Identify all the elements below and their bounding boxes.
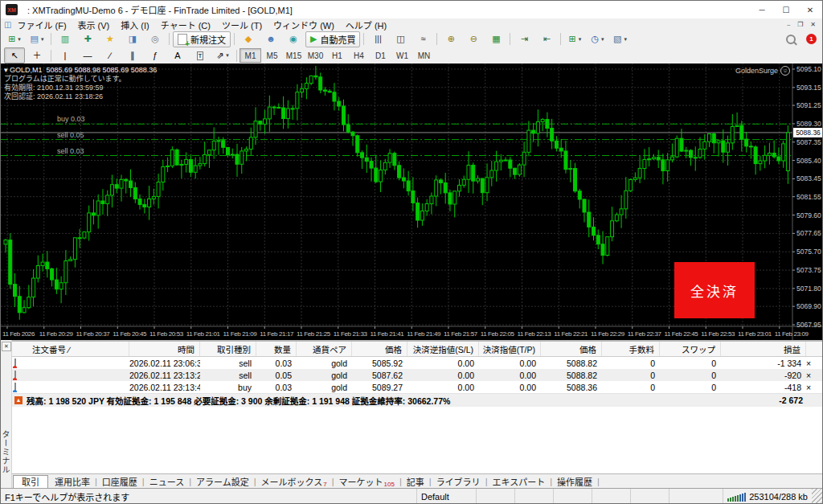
notification-badge[interactable]: 1 bbox=[806, 34, 817, 44]
crosshair-button[interactable]: ＋ bbox=[27, 47, 47, 64]
profiles-button[interactable]: ▤▾ bbox=[27, 31, 47, 47]
menu-item-4[interactable]: ツール (T) bbox=[216, 18, 268, 31]
maximize-button[interactable]: ☐ bbox=[774, 1, 798, 18]
table-row[interactable]: 2026.02.11 23:06:38sell0.03gold5085.920.… bbox=[11, 357, 823, 369]
terminal-vertical-tab[interactable]: ターミナル bbox=[1, 430, 11, 474]
timeframe-mn[interactable]: MN bbox=[413, 48, 435, 63]
candles-mode-button[interactable]: ◫ bbox=[390, 31, 411, 47]
tab-1[interactable]: 運用比率 bbox=[50, 474, 95, 489]
tab-0[interactable]: 取引 bbox=[13, 475, 48, 489]
header-order-number[interactable]: 注文番号 ∕ bbox=[29, 342, 129, 356]
bars-mode-button[interactable]: ||| bbox=[367, 31, 388, 47]
menu-item-6[interactable]: ヘルプ (H) bbox=[340, 18, 392, 31]
table-row[interactable]: 2026.02.11 23:13:46buy0.03gold5089.270.0… bbox=[11, 381, 823, 393]
trendline-button[interactable]: ∕ bbox=[100, 47, 121, 64]
header-col-3[interactable]: 数量 bbox=[256, 342, 297, 356]
timeframe-h4[interactable]: H4 bbox=[348, 48, 370, 63]
menu-item-2[interactable]: 挿入 (I) bbox=[115, 18, 154, 31]
horizontal-line-button[interactable]: — bbox=[77, 47, 98, 64]
metaeditor-button[interactable]: ◆ bbox=[238, 31, 259, 47]
status-profile[interactable]: Default bbox=[417, 489, 477, 504]
tab-10[interactable]: 操作履歴 bbox=[552, 474, 597, 489]
resize-grip[interactable] bbox=[812, 489, 822, 504]
ea-smiley-icon[interactable]: ☺ bbox=[780, 66, 790, 76]
header-col-10[interactable]: スワップ bbox=[660, 342, 721, 356]
text-label-button[interactable]: T bbox=[190, 47, 211, 64]
mql-web-button[interactable]: ◉ bbox=[283, 31, 304, 47]
child-minimize-icon[interactable]: ⎯ bbox=[787, 21, 790, 29]
timeframe-m5[interactable]: M5 bbox=[261, 48, 283, 63]
fibonacci-button[interactable]: ƒ bbox=[145, 47, 166, 64]
tab-8[interactable]: ライブラリ bbox=[432, 474, 485, 489]
header-col-1[interactable]: 時間 bbox=[129, 342, 200, 356]
chevron-down-icon: ▾ bbox=[41, 36, 44, 43]
search-button[interactable] bbox=[780, 31, 801, 47]
tab-3[interactable]: ニュース bbox=[145, 474, 189, 489]
header-col-4[interactable]: 通貨ペア bbox=[297, 342, 352, 356]
header-col-11[interactable]: 損益 bbox=[721, 342, 806, 356]
timeframe-m1[interactable]: M1 bbox=[240, 48, 261, 63]
templates-button[interactable]: ▧▾ bbox=[609, 31, 630, 47]
vertical-line-button[interactable]: | bbox=[55, 47, 76, 64]
close-position-icon[interactable]: × bbox=[806, 383, 823, 392]
timeframe-d1[interactable]: D1 bbox=[370, 48, 391, 63]
tab-6[interactable]: マーケット105 bbox=[334, 474, 399, 489]
tab-2[interactable]: 口座履歴 bbox=[97, 474, 142, 489]
chart-shift-button[interactable]: ⇤ bbox=[536, 31, 557, 47]
terminal-close-icon[interactable]: ✕ bbox=[2, 342, 11, 351]
child-close-icon[interactable]: ✕ bbox=[810, 21, 816, 29]
tab-5[interactable]: メールボックス7 bbox=[256, 474, 332, 489]
text-button[interactable]: A bbox=[167, 47, 188, 64]
zoom-in-button[interactable]: ⊕ bbox=[440, 31, 461, 47]
tab-9[interactable]: エキスパート bbox=[487, 474, 550, 489]
header-col-2[interactable]: 取引種別 bbox=[200, 342, 256, 356]
tile-windows-button[interactable]: ▦ bbox=[485, 31, 506, 47]
header-col-5[interactable]: 価格 bbox=[352, 342, 407, 356]
header-col-6[interactable]: 決済逆指値(S/L) bbox=[407, 342, 479, 356]
timeframe-m15[interactable]: M15 bbox=[283, 48, 305, 63]
timeframe-m30[interactable]: M30 bbox=[305, 48, 326, 63]
menu-item-5[interactable]: ウィンドウ (W) bbox=[268, 18, 340, 31]
periods-button[interactable]: ◷▾ bbox=[587, 31, 608, 47]
close-all-button[interactable]: 全決済 bbox=[674, 262, 755, 318]
header-col-8[interactable]: 価格 bbox=[541, 342, 602, 356]
table-row[interactable]: 2026.02.11 23:13:29sell0.05gold5087.620.… bbox=[11, 369, 823, 381]
symbol-dropdown-icon[interactable]: ▾ bbox=[4, 66, 10, 74]
minimize-button[interactable]: ─ bbox=[750, 1, 774, 18]
timeframe-w1[interactable]: W1 bbox=[391, 48, 413, 63]
header-col-7[interactable]: 決済指値(T/P) bbox=[479, 342, 541, 356]
timeframe-h1[interactable]: H1 bbox=[326, 48, 348, 63]
tab-4[interactable]: アラーム設定 bbox=[191, 474, 254, 489]
line-mode-button[interactable]: ≈ bbox=[412, 31, 433, 47]
close-position-icon[interactable]: × bbox=[806, 359, 823, 368]
close-button[interactable]: ✕ bbox=[798, 1, 822, 18]
svg-text:5093.15: 5093.15 bbox=[796, 84, 821, 92]
equidistant-channel-button[interactable]: ∥ bbox=[122, 47, 143, 64]
cursor-button[interactable]: ↖ bbox=[4, 47, 25, 64]
menu-item-0[interactable]: ファイル (F) bbox=[11, 18, 72, 31]
market-watch-button[interactable]: ▥ bbox=[55, 31, 76, 47]
zoom-out-button[interactable]: ⊖ bbox=[463, 31, 484, 47]
menu-item-1[interactable]: 表示 (V) bbox=[72, 18, 116, 31]
svg-text:5079.60: 5079.60 bbox=[796, 211, 821, 219]
terminal-panel: 注文番号 ∕時間取引種別数量通貨ペア価格決済逆指値(S/L)決済指値(T/P)価… bbox=[1, 340, 823, 473]
new-order-button[interactable]: 新規注文 bbox=[173, 31, 231, 47]
menu-item-3[interactable]: チャート (C) bbox=[155, 18, 216, 31]
commission-cell: 0 bbox=[602, 371, 660, 380]
terminal-toggle-button[interactable]: ◨ bbox=[122, 31, 143, 47]
close-position-icon[interactable]: × bbox=[806, 371, 823, 380]
tab-7[interactable]: 記事 bbox=[402, 474, 429, 489]
autotrading-button[interactable]: ▶自動売買 bbox=[305, 31, 360, 47]
navigator-button[interactable]: ★ bbox=[100, 31, 121, 47]
child-restore-icon[interactable]: ❐ bbox=[797, 21, 803, 29]
header-col-9[interactable]: 手数料 bbox=[602, 342, 660, 356]
strategy-tester-button[interactable]: ◎ bbox=[145, 31, 166, 47]
new-chart-button[interactable]: ⊞▾ bbox=[4, 31, 25, 47]
auto-scroll-button[interactable]: ⇥ bbox=[514, 31, 534, 47]
chart-area[interactable]: 5095.105093.155091.255089.305087.355085.… bbox=[1, 64, 823, 340]
arrows-button[interactable]: ⇗▾ bbox=[212, 47, 233, 64]
indicators-button[interactable]: ⊞▾ bbox=[564, 31, 585, 47]
community-button[interactable]: ☻ bbox=[260, 31, 281, 47]
svg-text:11 Feb 21:33: 11 Feb 21:33 bbox=[334, 330, 368, 338]
data-window-button[interactable]: ✚ bbox=[77, 31, 98, 47]
